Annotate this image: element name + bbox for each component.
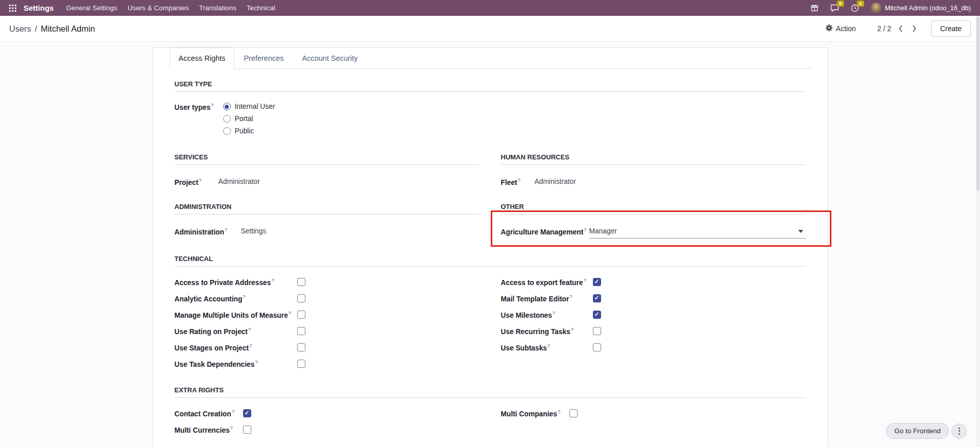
section-header-extra-rights: EXTRA RIGHTS [175,386,806,398]
bool-field-row: Multi Currencies? [175,421,480,438]
agriculture-management-field: Agriculture Management? Manager [501,227,806,239]
checkbox[interactable] [593,343,601,351]
bool-field-row: Analytic Accounting? [175,290,480,307]
section-header-technical: TECHNICAL [175,255,806,267]
pager-previous-icon[interactable] [897,23,904,34]
pager-next-icon[interactable] [911,23,918,34]
checkbox[interactable] [593,294,601,302]
top-navbar: Settings General Settings Users & Compan… [0,0,980,16]
menu-technical[interactable]: Technical [242,4,280,12]
app-name[interactable]: Settings [23,4,54,12]
radio-portal[interactable]: Portal [223,115,275,123]
checkbox[interactable] [243,409,251,417]
help-icon: ? [211,102,213,108]
messages-icon[interactable]: 5 [830,4,839,12]
field-label: Analytic Accounting? [175,294,297,303]
user-name: Mitchell Admin (odoo_16_db) [885,4,971,12]
apps-menu-icon[interactable] [5,3,20,14]
agriculture-management-label: Agriculture Management? [501,227,589,237]
checkbox[interactable] [297,343,305,351]
go-to-frontend-button[interactable]: Go to Frontend [886,423,949,439]
gift-icon[interactable] [810,4,819,12]
breadcrumb-current: Mitchell Admin [41,24,95,34]
checkbox[interactable] [297,278,305,286]
help-icon: ? [569,294,572,299]
menu-general-settings[interactable]: General Settings [61,4,123,12]
checkbox[interactable] [297,311,305,319]
scrollbar-thumb[interactable] [976,17,979,191]
field-label: Use Rating on Project? [175,326,297,336]
project-value[interactable]: Administrator [219,177,260,185]
field-label: Multi Companies? [501,409,569,418]
user-menu[interactable]: Mitchell Admin (odoo_16_db) [871,3,971,13]
checkbox[interactable] [297,327,305,335]
agriculture-management-select[interactable]: Manager [589,227,806,239]
pager-value[interactable]: 2 / 2 [877,25,891,33]
help-icon: ? [289,310,291,316]
help-icon: ? [248,326,251,332]
help-icon: ? [271,277,274,283]
section-header-user-type: USER TYPE [175,80,806,92]
checkbox[interactable] [297,360,305,368]
action-menu-button[interactable]: Action [825,24,856,33]
administration-group: ADMINISTRATION Administration? Settings [175,203,480,239]
action-label: Action [836,25,856,33]
control-panel: Users / Mitchell Admin Action 2 / 2 [0,16,980,42]
field-label: Manage Multiple Units of Measure? [175,310,297,319]
help-icon: ? [584,227,586,232]
navbar-menus: General Settings Users & Companies Trans… [61,4,280,12]
radio-public[interactable]: Public [223,127,275,135]
create-button[interactable]: Create [931,20,971,37]
tab-preferences[interactable]: Preferences [234,48,293,69]
bool-field-row: Access to Private Addresses? [175,274,480,290]
tab-access-rights[interactable]: Access Rights [170,48,235,69]
bool-field-row: Manage Multiple Units of Measure? [175,307,480,323]
menu-users-companies[interactable]: Users & Companies [123,4,194,12]
field-label: Contact Creation? [175,409,243,418]
control-panel-right: Action 2 / 2 Create [825,20,971,37]
help-icon: ? [249,343,252,348]
field-label: Multi Currencies? [175,425,243,434]
section-header-administration: ADMINISTRATION [175,203,480,215]
menu-translations[interactable]: Translations [194,4,242,12]
administration-value[interactable]: Settings [241,227,267,235]
radio-internal-user[interactable]: Internal User [223,103,275,110]
radio-circle [223,127,231,135]
tab-account-security[interactable]: Account Security [293,48,367,69]
project-label: Project? [175,177,219,187]
kebab-menu-icon[interactable] [951,424,967,439]
services-group: SERVICES Project? Administrator [175,153,480,187]
checkbox[interactable] [593,278,601,286]
bool-field-row: Access to export feature? [501,274,806,290]
activities-badge: 4 [857,1,864,7]
technical-left-column: Access to Private Addresses? Analytic Ac… [175,274,480,372]
administration-label: Administration? [175,227,241,237]
help-icon: ? [553,310,555,316]
field-label: Access to Private Addresses? [175,277,297,287]
checkbox[interactable] [593,327,601,335]
help-icon: ? [547,343,550,348]
bool-field-row: Use Rating on Project? [175,323,480,339]
fleet-value[interactable]: Administrator [535,177,576,185]
activities-icon[interactable]: 4 [851,4,859,12]
breadcrumb: Users / Mitchell Admin [9,24,95,34]
checkbox[interactable] [243,426,251,434]
user-types-radio-group: Internal User Portal Public [223,102,275,135]
checkbox[interactable] [297,294,305,302]
scrollbar[interactable] [976,16,980,447]
fleet-field: Fleet? Administrator [501,177,806,187]
human-resources-group: HUMAN RESOURCES Fleet? Administrator [501,153,806,187]
help-icon: ? [584,277,586,283]
extra-rights-right-column: Multi Companies? [501,405,806,438]
breadcrumb-users-link[interactable]: Users [9,24,31,34]
bool-field-row: Use Recurring Tasks? [501,323,806,339]
field-label: Access to export feature? [501,277,593,287]
bool-field-row: Mail Template Editor? [501,290,806,307]
help-icon: ? [558,409,560,414]
help-icon: ? [255,359,257,365]
checkbox[interactable] [593,311,601,319]
section-header-human-resources: HUMAN RESOURCES [501,153,806,165]
checkbox[interactable] [569,409,578,417]
help-icon: ? [232,409,234,414]
field-label: Use Milestones? [501,310,593,319]
